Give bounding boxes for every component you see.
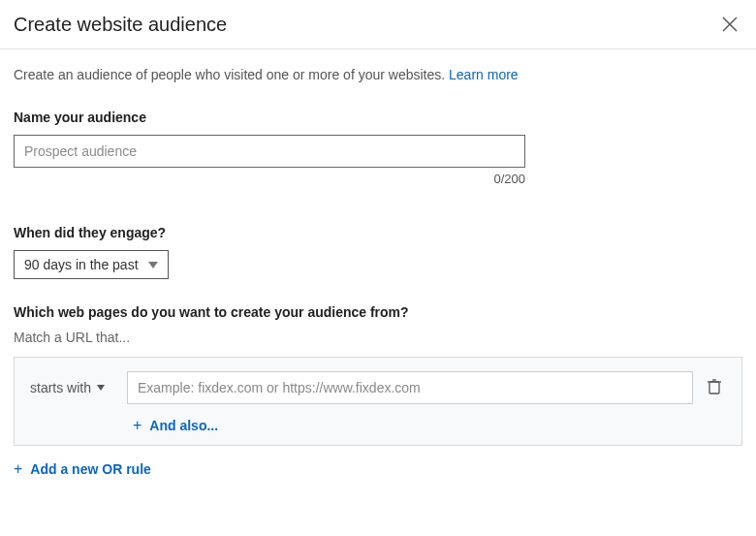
and-also-label: And also... [149,418,218,433]
engage-label: When did they engage? [14,225,742,240]
dialog-content: Create an audience of people who visited… [0,49,756,496]
url-rule-row: starts with [30,371,726,404]
svg-rect-2 [709,382,719,394]
plus-icon: + [14,461,22,477]
url-rule-box: starts with + And also... [14,357,742,446]
description-text: Create an audience of people who visited… [14,67,742,82]
close-button[interactable] [717,12,742,37]
engage-timeframe-select[interactable]: 90 days in the past [14,250,169,279]
pages-label: Which web pages do you want to create yo… [14,304,742,320]
plus-icon: + [133,418,142,433]
chevron-down-icon [97,385,105,391]
audience-name-input[interactable] [14,135,525,168]
url-operator-value: starts with [30,380,91,395]
trash-icon [707,378,722,395]
add-or-rule-button[interactable]: + Add a new OR rule [14,461,151,477]
add-and-rule-button[interactable]: + And also... [133,418,218,433]
chevron-down-icon [148,262,158,268]
url-input[interactable] [127,371,693,404]
dialog-title: Create website audience [14,14,227,36]
match-url-label: Match a URL that... [14,330,742,345]
name-label: Name your audience [14,110,742,125]
description-body: Create an audience of people who visited… [14,67,449,82]
delete-rule-button[interactable] [703,374,726,402]
engage-selected-value: 90 days in the past [24,257,139,272]
url-operator-select[interactable]: starts with [30,376,117,399]
or-rule-label: Add a new OR rule [30,461,150,477]
dialog-header: Create website audience [0,0,756,49]
close-icon [721,16,739,33]
learn-more-link[interactable]: Learn more [449,67,519,82]
name-char-counter: 0/200 [14,172,525,186]
